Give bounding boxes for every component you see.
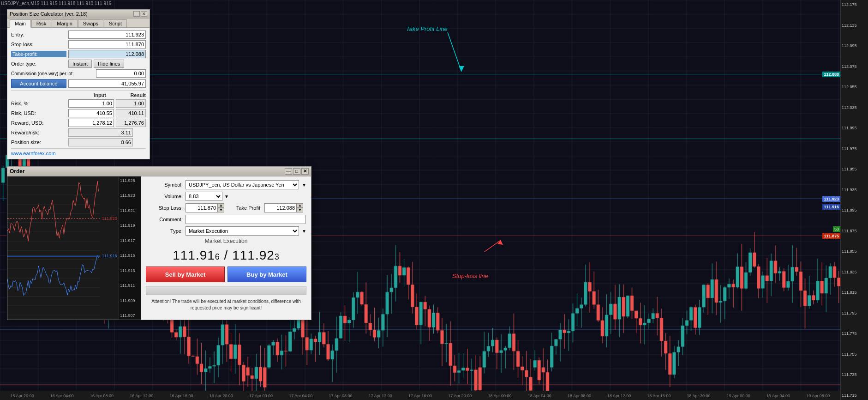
order-restore-btn[interactable]: □ [293,168,300,175]
reward-usd-label: Reward, USD: [11,120,66,126]
psc-title: Position Size Calculator (ver. 2.18) [10,11,88,17]
price-axis-label: 111.875 [842,229,867,233]
time-axis-label: 17 Apr 20:00 [440,394,480,398]
bid-price: 111.916 [173,248,220,262]
time-axis-label: 18 Apr 00:00 [480,394,520,398]
instant-btn[interactable]: Instant [68,60,92,68]
order-titlebar[interactable]: Order — □ ✕ [7,167,311,176]
volume-select[interactable]: 8.83 [186,192,222,201]
risk-pct-label: Risk, %: [11,101,66,106]
symbol-dropdown-icon[interactable]: ▼ [302,182,306,188]
order-sl-label: Stop Loss: [146,205,183,211]
take-profit-input[interactable] [68,50,146,58]
mini-price-label: 111.913 [120,268,140,273]
mini-price-label: 111.907 [120,313,140,318]
reward-usd-input[interactable] [68,119,114,127]
order-symbol-select[interactable]: USDJPY_ecn, US Dollar vs Japanese Yen [186,180,299,189]
reward-risk-value [68,128,133,137]
order-warning: Attention! The trade will be executed at… [146,298,306,311]
order-close-btn[interactable]: ✕ [301,168,309,175]
order-comment-input[interactable] [186,215,305,224]
price-separator: / [224,248,233,262]
price-axis-label: 111.975 [842,146,867,151]
risk-pct-input[interactable] [68,99,114,108]
market-execution-label: Market Execution [205,238,248,244]
account-balance-row: Account balance [11,79,146,88]
sl-spinner-buttons: ▲ ▼ [218,203,224,212]
risk-usd-label: Risk, USD: [11,110,66,116]
order-form: Symbol: USDJPY_ecn, US Dollar vs Japanes… [141,176,311,320]
order-symbol-row: Symbol: USDJPY_ecn, US Dollar vs Japanes… [146,180,306,189]
order-type-label: Type: [146,228,183,234]
sl-price-badge: 111.875 [822,233,840,239]
commission-input[interactable] [96,69,146,78]
tab-main[interactable]: Main [10,19,31,28]
tab-swaps[interactable]: Swaps [78,19,103,27]
green-badge: 53 [833,226,840,232]
position-size-row: Position size: [11,138,146,146]
price-display: 111.916 / 111.923 [146,248,306,263]
reward-risk-row: Reward/risk: [11,128,146,137]
commission-row: Commission (one-way) per lot: [11,69,146,78]
volume-selector: 8.83 ▼ [186,192,230,201]
take-profit-field[interactable] [264,203,297,212]
buy-by-market-btn[interactable]: Buy by Market [227,267,306,282]
gray-btn[interactable] [146,286,306,295]
stop-loss-field[interactable] [186,203,218,212]
tab-margin[interactable]: Margin [52,19,78,27]
ask-price: 111.923 [232,248,280,262]
risk-usd-result [116,109,146,117]
take-profit-spinner: ▲ ▼ [264,203,303,212]
price-axis-label: 112.035 [842,105,867,110]
ask-small-digit: 3 [275,252,280,261]
psc-titlebar[interactable]: Position Size Calculator (ver. 2.18) _ ✕ [7,10,150,18]
order-body: USDJPY_ecn 111.925111.923111.921111.9191… [7,176,311,320]
mini-price-label: 111.919 [120,223,140,228]
order-mini-chart: USDJPY_ecn 111.925111.923111.921111.9191… [7,176,141,320]
order-tp-label: Take Profit: [227,205,262,211]
order-volume-row: Volume: 8.83 ▼ [146,192,306,201]
order-type-select[interactable]: Market Execution [186,226,299,236]
psc-body: Entry: Stop-loss: Take-profit: Order typ… [7,28,150,159]
bid-small-digit: 6 [215,252,220,261]
tp-down-btn[interactable]: ▼ [297,208,303,212]
sl-down-btn[interactable]: ▼ [218,208,224,212]
stop-loss-input[interactable] [68,40,146,48]
price-axis-label: 111.815 [842,290,867,295]
price-axis-label: 111.955 [842,167,867,171]
entry-row: Entry: [11,30,146,39]
time-axis-label: 16 Apr 16:00 [162,394,201,398]
symbol-info: USDJPY_ecn,M15 111.915 111.918 111.910 1… [1,1,111,6]
time-axis-label: 18 Apr 04:00 [520,394,559,398]
tab-risk[interactable]: Risk [31,19,51,27]
tp-up-btn[interactable]: ▲ [297,203,303,208]
order-type-row: Type: Market Execution ▼ [146,226,306,236]
type-dropdown-icon[interactable]: ▼ [302,229,306,234]
sl-up-btn[interactable]: ▲ [218,203,224,208]
input-col-header: Input [74,92,106,98]
mini-price-label: 111.911 [120,283,140,288]
risk-usd-input[interactable] [68,109,114,117]
psc-close-btn[interactable]: ✕ [141,11,147,17]
psc-minimize-btn[interactable]: _ [133,11,140,17]
time-axis-label: 17 Apr 04:00 [281,394,321,398]
price-axis-label: 111.775 [842,331,867,336]
time-axis-label: 17 Apr 16:00 [400,394,440,398]
account-balance-btn[interactable]: Account balance [11,79,66,88]
entry-input[interactable] [68,30,146,39]
order-action-buttons: Sell by Market Buy by Market [146,267,306,282]
price-axis-label: 111.735 [842,372,867,377]
account-balance-input[interactable] [68,79,146,88]
order-comment-row: Comment: [146,215,306,224]
tab-script[interactable]: Script [104,19,127,27]
time-axis-label: 16 Apr 12:00 [122,394,162,398]
order-minimize-btn[interactable]: — [285,168,292,175]
sell-by-market-btn[interactable]: Sell by Market [146,267,225,282]
reward-risk-label: Reward/risk: [11,130,66,135]
price-axis-label: 111.855 [842,249,867,254]
volume-dropdown-icon[interactable]: ▼ [223,194,230,199]
earnforex-link[interactable]: www.earnforex.com [11,151,56,156]
order-type-label: Order type: [11,61,66,67]
price-axis-label: 112.175 [842,2,867,7]
hide-lines-btn[interactable]: Hide lines [94,60,124,68]
